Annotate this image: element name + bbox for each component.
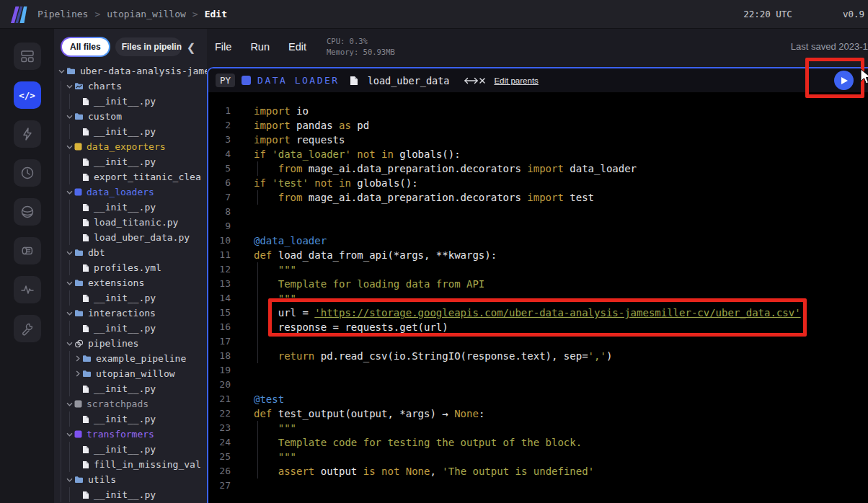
code-line[interactable]: 17 bbox=[208, 334, 868, 349]
tree-item-fill_in_missing_val[interactable]: fill_in_missing_val bbox=[54, 457, 207, 472]
tree-item-pipelines[interactable]: pipelines bbox=[54, 336, 207, 351]
chevron-down-icon[interactable] bbox=[65, 251, 74, 255]
tree-item-__init__.py[interactable]: __init__.py bbox=[54, 487, 207, 502]
code-line[interactable]: 1import io bbox=[208, 104, 868, 118]
edit-parents-link[interactable]: Edit parents bbox=[494, 76, 538, 85]
chevron-down-icon[interactable] bbox=[65, 145, 74, 149]
code-line[interactable]: 6if 'test' not in globals(): bbox=[208, 176, 868, 190]
tree-item-label: __init__.py bbox=[94, 383, 156, 394]
tree-item-load_titanic.py[interactable]: load_titanic.py bbox=[54, 215, 207, 230]
folder-icon bbox=[74, 279, 84, 287]
menu-run[interactable]: Run bbox=[250, 41, 270, 53]
global-data-products-icon[interactable] bbox=[14, 198, 41, 226]
chevron-right-icon[interactable] bbox=[73, 355, 82, 362]
tree-item-__init__.py[interactable]: __init__.py bbox=[54, 154, 207, 169]
code-line[interactable]: 5 from mage_ai.data_preparation.decorato… bbox=[208, 161, 868, 176]
code-line[interactable]: 26 assert output is not None, 'The outpu… bbox=[208, 464, 868, 478]
tree-item-data_exporters[interactable]: data_exporters bbox=[54, 139, 207, 154]
chevron-down-icon[interactable] bbox=[65, 311, 74, 316]
tree-item-charts[interactable]: charts bbox=[54, 79, 207, 94]
code-line[interactable]: 25 """ bbox=[208, 450, 868, 464]
file-icon bbox=[82, 385, 89, 393]
code-line[interactable]: 24 Template code for testing the output … bbox=[208, 435, 868, 450]
tree-item-example_pipeline[interactable]: example_pipeline bbox=[54, 351, 207, 366]
line-number: 13 bbox=[208, 277, 240, 291]
tab-all-files[interactable]: All files bbox=[61, 37, 110, 57]
code-line[interactable]: 13 Template for loading data from API bbox=[208, 277, 868, 291]
code-line[interactable]: 9 bbox=[208, 219, 868, 233]
code-line[interactable]: 7 from mage_ai.data_preparation.decorato… bbox=[208, 190, 868, 205]
tree-item-extensions[interactable]: extensions bbox=[54, 275, 207, 290]
code-line[interactable]: 10@data_loader bbox=[208, 233, 868, 248]
code-line[interactable]: 14 """ bbox=[208, 291, 868, 306]
chevron-down-icon[interactable] bbox=[65, 115, 74, 119]
run-block-button[interactable] bbox=[834, 71, 854, 90]
chevron-down-icon[interactable] bbox=[65, 281, 74, 285]
code-line[interactable]: 15 url = 'https://storage.googleapis.com… bbox=[208, 306, 868, 320]
chevron-left-icon[interactable]: ❮ bbox=[187, 42, 196, 53]
tree-item-interactions[interactable]: interactions bbox=[54, 306, 207, 321]
language-badge[interactable]: PY bbox=[216, 74, 235, 87]
code-line[interactable]: 2import pandas as pd bbox=[208, 118, 868, 133]
code-line[interactable]: 11def load_data_from_api(*args, **kwargs… bbox=[208, 248, 868, 262]
chevron-right-icon[interactable] bbox=[73, 370, 82, 377]
detach-arrows-icon[interactable] bbox=[463, 76, 486, 85]
code-line[interactable]: 18 return pd.read_csv(io.StringIO(respon… bbox=[208, 349, 868, 363]
block-name[interactable]: load_uber_data bbox=[368, 75, 450, 86]
dashboard-icon[interactable] bbox=[14, 43, 41, 70]
tree-item-__init__.py[interactable]: __init__.py bbox=[54, 442, 207, 457]
breadcrumb-pipeline-name[interactable]: utopian_willow bbox=[107, 9, 186, 19]
tree-item-utils[interactable]: utils bbox=[54, 472, 207, 487]
chevron-down-icon[interactable] bbox=[65, 478, 74, 482]
schedules-icon[interactable] bbox=[14, 159, 41, 187]
breadcrumb-pipelines[interactable]: Pipelines bbox=[37, 9, 88, 19]
code-line[interactable]: 27 bbox=[208, 478, 868, 493]
code-line[interactable]: 20 bbox=[208, 378, 868, 392]
square-icon bbox=[74, 430, 82, 438]
chevron-down-icon[interactable] bbox=[57, 69, 66, 74]
triggers-icon[interactable] bbox=[14, 120, 41, 148]
tree-item-__init__.py[interactable]: __init__.py bbox=[54, 411, 207, 427]
code-editor-content[interactable]: 1import io2import pandas as pd3import re… bbox=[208, 92, 868, 503]
tree-item-export_titanic_clea[interactable]: export_titanic_clea bbox=[54, 169, 207, 184]
menu-file[interactable]: File bbox=[215, 41, 231, 53]
code-line[interactable]: 8 bbox=[208, 205, 868, 219]
chevron-down-icon[interactable] bbox=[65, 190, 74, 195]
tab-files-in-pipeline[interactable]: Files in pipeline bbox=[115, 37, 182, 56]
tree-item-__init__.py[interactable]: __init__.py bbox=[54, 321, 207, 336]
code-line[interactable]: 23 """ bbox=[208, 421, 868, 435]
tree-item-utopian_willow[interactable]: utopian_willow bbox=[54, 366, 207, 381]
code-editor-icon[interactable]: </> bbox=[14, 81, 41, 109]
logs-icon[interactable] bbox=[14, 237, 41, 264]
tree-item-transformers[interactable]: transformers bbox=[54, 427, 207, 442]
tree-item-label: dbt bbox=[88, 247, 105, 258]
tree-item-__init__.py[interactable]: __init__.py bbox=[54, 94, 207, 109]
monitor-icon[interactable] bbox=[14, 276, 41, 303]
chevron-down-icon[interactable] bbox=[65, 402, 74, 406]
code-line[interactable]: 22def test_output(output, *args) → None: bbox=[208, 406, 868, 421]
tree-item-__init__.py[interactable]: __init__.py bbox=[54, 200, 207, 215]
menu-edit[interactable]: Edit bbox=[288, 41, 306, 53]
code-line[interactable]: 3import requests bbox=[208, 133, 868, 147]
code-line[interactable]: 21@test bbox=[208, 392, 868, 406]
tree-item-__init__.py[interactable]: __init__.py bbox=[54, 290, 207, 306]
code-line[interactable]: 19 bbox=[208, 363, 868, 378]
tree-item-custom[interactable]: custom bbox=[54, 109, 207, 124]
tree-item-profiles.yml[interactable]: profiles.yml bbox=[54, 260, 207, 275]
code-line[interactable]: 12 """ bbox=[208, 262, 868, 277]
tree-item-data_loaders[interactable]: data_loaders bbox=[54, 184, 207, 200]
chevron-down-icon[interactable] bbox=[65, 84, 74, 89]
tree-item-load_uber_data.py[interactable]: load_uber_data.py bbox=[54, 230, 207, 245]
tree-item-__init__.py[interactable]: __init__.py bbox=[54, 381, 207, 396]
code-line[interactable]: 16 response = requests.get(url) bbox=[208, 320, 868, 334]
tree-item-dbt[interactable]: dbt bbox=[54, 245, 207, 260]
tree-item-label: transformers bbox=[87, 429, 154, 440]
code-line[interactable]: 4if 'data_loader' not in globals(): bbox=[208, 147, 868, 161]
chevron-down-icon[interactable] bbox=[65, 432, 74, 437]
tree-item-uber-data-analysis-james[interactable]: uber-data-analysis-james bbox=[54, 63, 207, 79]
tree-item-scratchpads[interactable]: scratchpads bbox=[54, 396, 207, 411]
tree-item-__init__.py[interactable]: __init__.py bbox=[54, 124, 207, 139]
settings-wrench-icon[interactable] bbox=[14, 315, 41, 342]
mage-logo[interactable] bbox=[9, 5, 29, 24]
chevron-down-icon[interactable] bbox=[65, 342, 74, 346]
